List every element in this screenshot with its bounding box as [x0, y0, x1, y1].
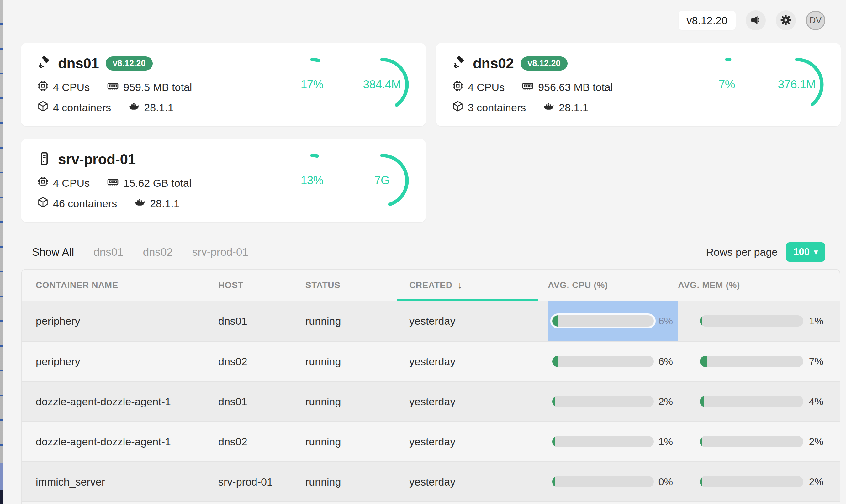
cpu-spec: 4 CPUs — [37, 176, 90, 190]
mem-percent: 2% — [809, 476, 824, 488]
memory-gauge-value: 376.1M — [769, 56, 825, 113]
cpu-spec: 4 CPUs — [452, 80, 505, 94]
memory-spec: 956.63 MB total — [522, 80, 613, 94]
tab-show-all[interactable]: Show All — [32, 246, 74, 258]
memory-spec: 959.5 MB total — [107, 80, 192, 94]
table-toolbar: Show All dns01 dns02 srv-prod-01 Rows pe… — [2, 222, 846, 262]
megaphone-icon — [750, 14, 762, 27]
docker-version-spec: 28.1.1 — [134, 197, 180, 210]
user-avatar[interactable]: DV — [806, 11, 825, 30]
container-name: dozzle-agent-dozzle-agent-1 — [22, 436, 218, 448]
cpu-percent: 1% — [658, 436, 673, 448]
container-host: dns01 — [218, 315, 305, 327]
cpu-gauge-value: 17% — [284, 56, 340, 113]
rows-per-page-select[interactable]: 100 ▾ — [786, 242, 825, 262]
host-card-srv-prod-01[interactable]: srv-prod-01 4 CPUs — [21, 139, 426, 222]
avg-cpu-cell: 1% — [548, 422, 678, 461]
container-status: running — [305, 315, 397, 327]
host-card-dns01[interactable]: dns01 v8.12.20 4 CPUs — [21, 43, 426, 126]
satellite-icon — [452, 56, 466, 71]
chevron-down-icon: ▾ — [814, 248, 818, 256]
tab-srv-prod-01[interactable]: srv-prod-01 — [192, 246, 248, 258]
host-filter-tabs: Show All dns01 dns02 srv-prod-01 — [32, 246, 248, 258]
mem-progress-bar — [700, 356, 803, 367]
cpu-spec: 4 CPUs — [37, 80, 90, 94]
docker-whale-icon — [128, 101, 140, 114]
table-row[interactable]: immich_server srv-prod-01 running yester… — [22, 461, 840, 502]
mem-progress-bar — [700, 396, 803, 407]
cpu-progress-bar — [552, 356, 654, 367]
tab-dns02[interactable]: dns02 — [143, 246, 173, 258]
container-status: running — [305, 476, 397, 488]
cpu-percent: 2% — [658, 396, 673, 408]
container-created: yesterday — [397, 396, 548, 408]
container-status: running — [305, 396, 397, 408]
host-name: dns02 — [473, 55, 514, 72]
container-created: yesterday — [397, 315, 548, 327]
container-host: dns01 — [218, 396, 305, 408]
mem-percent: 1% — [809, 315, 824, 327]
cpu-gauge-value: 13% — [284, 152, 340, 209]
memory-gauge: 7G — [354, 152, 410, 209]
cpu-percent: 6% — [658, 356, 673, 367]
containers-spec: 4 containers — [37, 101, 111, 114]
docker-whale-icon — [134, 197, 145, 210]
avg-cpu-cell: 6% — [548, 342, 678, 381]
cpu-chip-icon — [452, 80, 463, 94]
cpu-progress-bar — [552, 436, 654, 447]
table-row[interactable]: dozzle-agent-dozzle-agent-1 dns02 runnin… — [22, 421, 840, 461]
cpu-gauge: 13% — [284, 152, 340, 209]
gear-icon — [779, 14, 792, 27]
host-name: dns01 — [58, 55, 99, 72]
container-name: periphery — [22, 356, 218, 368]
table-row[interactable]: periphery dns02 running yesterday 6% 7% — [22, 341, 840, 381]
announcements-button[interactable] — [746, 10, 766, 31]
table-row[interactable]: periphery dns01 running yesterday 6% 1% — [22, 301, 840, 341]
host-name: srv-prod-01 — [58, 151, 136, 168]
avg-mem-cell: 7% — [678, 342, 840, 381]
table-row[interactable]: dozzle-agent-dozzle-agent-1 dns01 runnin… — [22, 381, 840, 421]
next-row-sliver — [22, 502, 840, 504]
cpu-chip-icon — [37, 80, 49, 94]
container-created: yesterday — [397, 476, 548, 488]
avg-mem-cell: 1% — [678, 301, 840, 341]
containers-spec: 3 containers — [452, 101, 526, 114]
container-status: running — [305, 436, 397, 448]
column-created[interactable]: CREATED ↓ — [397, 270, 548, 301]
mem-percent: 7% — [809, 356, 824, 367]
cpu-percent: 6% — [658, 315, 673, 327]
column-container-name[interactable]: CONTAINER NAME — [22, 270, 218, 301]
container-host: dns02 — [218, 436, 305, 448]
docker-version-spec: 28.1.1 — [128, 101, 174, 114]
container-name: periphery — [22, 315, 218, 327]
avg-cpu-cell: 0% — [548, 462, 678, 502]
avg-mem-cell: 2% — [678, 422, 840, 461]
column-avg-mem[interactable]: AVG. MEM (%) — [678, 270, 840, 301]
memory-gauge: 384.4M — [354, 56, 410, 113]
cpu-progress-bar — [552, 315, 654, 327]
satellite-icon — [37, 56, 51, 71]
sort-desc-icon: ↓ — [457, 280, 462, 291]
mem-progress-bar — [700, 436, 803, 447]
avg-cpu-cell: 2% — [548, 382, 678, 421]
docker-version-spec: 28.1.1 — [543, 101, 588, 114]
containers-table: CONTAINER NAME HOST STATUS CREATED ↓ AVG… — [21, 269, 840, 504]
settings-button[interactable] — [776, 10, 796, 31]
container-host: dns02 — [218, 356, 305, 368]
cpu-gauge: 7% — [699, 56, 755, 113]
column-status[interactable]: STATUS — [305, 270, 397, 301]
container-host: srv-prod-01 — [218, 476, 305, 488]
container-cube-icon — [37, 101, 49, 114]
containers-spec: 46 containers — [37, 197, 117, 210]
avg-cpu-cell: 6% — [548, 301, 678, 341]
column-host[interactable]: HOST — [218, 270, 305, 301]
sort-active-underline — [397, 299, 538, 301]
host-card-dns02[interactable]: dns02 v8.12.20 4 CPUs — [436, 43, 841, 126]
mem-progress-bar — [700, 476, 803, 487]
column-avg-cpu[interactable]: AVG. CPU (%) — [548, 270, 678, 301]
agent-version-badge: v8.12.20 — [106, 56, 153, 71]
memory-gauge: 376.1M — [769, 56, 825, 113]
tab-dns01[interactable]: dns01 — [93, 246, 123, 258]
background-window-edge — [0, 0, 2, 504]
mem-progress-bar — [700, 315, 803, 327]
